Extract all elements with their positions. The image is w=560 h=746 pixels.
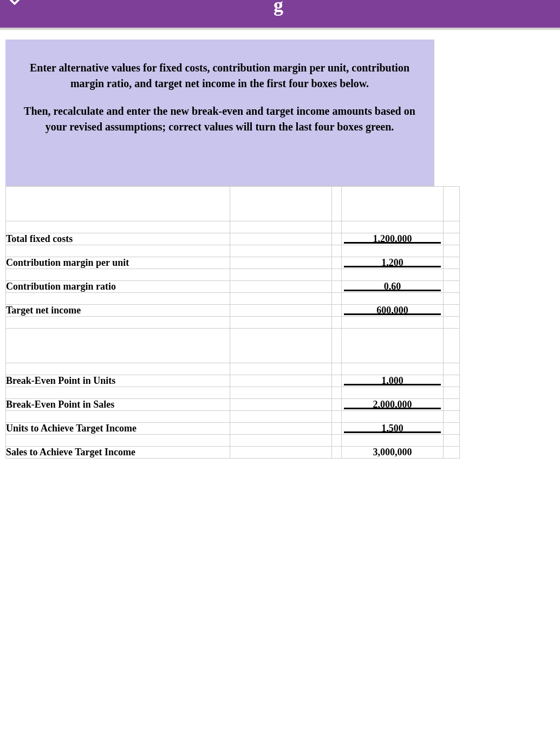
table-row [6,329,460,363]
worksheet: Enter alternative values for fixed costs… [0,30,560,464]
table-row [6,411,460,423]
table-row: Contribution margin ratio 0.60 [6,281,460,293]
label-cm-per-unit: Contribution margin per unit [6,257,230,269]
table-row: Sales to Achieve Target Income 3,000,000 [6,447,460,459]
input-target-net-income[interactable]: 600,000 [342,305,444,317]
table-row [6,363,460,375]
label-cm-ratio: Contribution margin ratio [6,281,230,293]
header-title-fragment: g [274,0,283,16]
table-row [6,245,460,257]
table-row: Contribution margin per unit 1,200 [6,257,460,269]
table-row: Units to Achieve Target Income 1,500 [6,423,460,435]
input-cm-ratio[interactable]: 0.60 [342,281,444,293]
input-sales-target[interactable]: 3,000,000 [342,447,444,459]
instructions-box: Enter alternative values for fixed costs… [5,40,434,186]
instructions-p1: Enter alternative values for fixed costs… [14,60,425,91]
table-row: Target net income 600,000 [6,305,460,317]
table-row [6,221,460,233]
label-sales-target: Sales to Achieve Target Income [6,447,230,459]
input-total-fixed-costs[interactable]: 1,200,000 [342,233,444,245]
table-row [6,317,460,329]
input-units-target[interactable]: 1,500 [342,423,444,435]
input-be-units[interactable]: 1,000 [342,375,444,387]
label-be-units: Break-Even Point in Units [6,375,230,387]
chevron-icon [6,0,23,9]
table-row: Break-Even Point in Units 1,000 [6,375,460,387]
input-cm-per-unit[interactable]: 1,200 [342,257,444,269]
table-row: Break-Even Point in Sales 2,000,000 [6,399,460,411]
table-row [6,187,460,221]
table-row [6,387,460,399]
table-row [6,269,460,281]
label-total-fixed-costs: Total fixed costs [6,233,230,245]
data-table: Total fixed costs 1,200,000 Contribution… [5,186,460,459]
label-be-sales: Break-Even Point in Sales [6,399,230,411]
table-row [6,435,460,447]
label-target-net-income: Target net income [6,305,230,317]
app-header: g [0,0,560,30]
input-be-sales[interactable]: 2,000,000 [342,399,444,411]
table-row: Total fixed costs 1,200,000 [6,233,460,245]
label-units-target: Units to Achieve Target Income [6,423,230,435]
instructions-p2: Then, recalculate and enter the new brea… [14,103,425,135]
table-row [6,293,460,305]
